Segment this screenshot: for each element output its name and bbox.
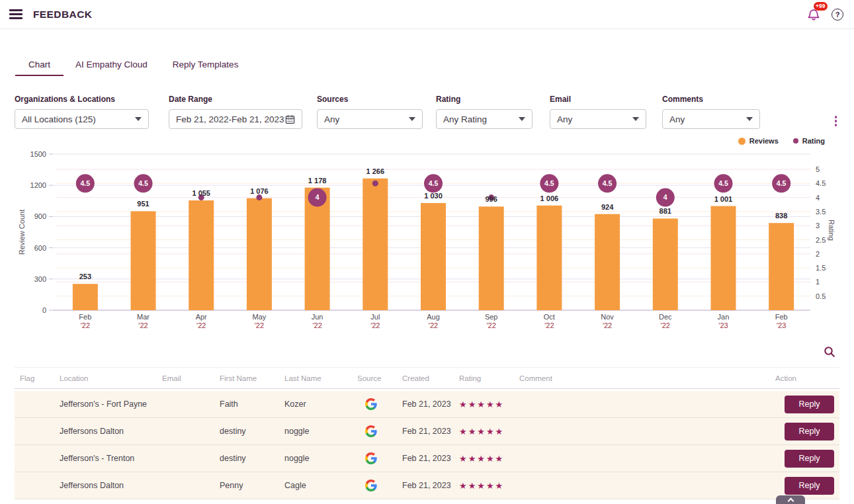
tab-chart[interactable]: Chart: [28, 56, 50, 76]
svg-text:1 266: 1 266: [366, 167, 385, 175]
top-bar: FEEDBACK +99 ?: [0, 0, 854, 29]
cell-location: Jeffersons Dalton: [60, 427, 162, 436]
svg-text:4.5: 4.5: [777, 179, 787, 187]
column-header-created: Created: [402, 374, 459, 382]
svg-text:Feb'22: Feb'22: [79, 313, 91, 329]
svg-text:Jun'22: Jun'22: [312, 313, 323, 329]
filter-date-range-select[interactable]: Feb 21, 2022-Feb 21, 2023: [169, 109, 302, 129]
legend-label: Reviews: [749, 137, 779, 145]
menu-icon[interactable]: [9, 9, 22, 19]
calendar-icon: [285, 114, 295, 124]
reviews-dot-icon: [738, 138, 746, 145]
notifications-bell-icon[interactable]: +99: [806, 7, 821, 22]
cell-source: [357, 425, 402, 437]
reply-button[interactable]: Reply: [785, 423, 834, 441]
review-bar-jul-22: [363, 179, 388, 310]
column-header-location: Location: [60, 374, 162, 382]
review-bar-sep-22: [479, 206, 504, 310]
chevron-down-icon: [135, 117, 142, 121]
rating-bubble-jan-23: 4.5: [714, 174, 732, 192]
reply-button[interactable]: Reply: [785, 477, 834, 495]
svg-text:Apr'22: Apr'22: [196, 313, 207, 329]
svg-text:838: 838: [775, 212, 787, 220]
filter-sources-select[interactable]: Any: [317, 109, 423, 129]
rating-dot-icon: [793, 138, 798, 144]
rating-bubble-nov-22: 4.5: [598, 174, 617, 192]
filter-value: Any: [669, 114, 685, 124]
svg-text:1 055: 1 055: [192, 189, 210, 197]
rating-bubble-oct-22: 4.5: [540, 174, 558, 192]
cell-last-name: noggle: [284, 427, 357, 436]
svg-text:1.5: 1.5: [816, 264, 826, 272]
column-header-action: Action: [775, 374, 839, 382]
search-icon[interactable]: [824, 346, 835, 358]
cell-last-name: Cagle: [284, 481, 357, 490]
filter-comments-select[interactable]: Any: [662, 109, 760, 129]
svg-text:Rating: Rating: [828, 220, 835, 241]
cell-source: [357, 480, 402, 491]
table-body: Jefferson's - Fort PayneFaithKozerFeb 21…: [15, 391, 839, 499]
chevron-down-icon: [746, 117, 753, 121]
svg-text:300: 300: [34, 275, 46, 283]
filter-value: Any: [557, 114, 572, 124]
svg-text:4.5: 4.5: [429, 179, 439, 187]
review-bar-nov-22: [595, 214, 620, 310]
google-icon: [365, 398, 377, 410]
help-icon[interactable]: ?: [832, 9, 843, 21]
cell-last-name: noggle: [284, 454, 357, 463]
svg-text:1 001: 1 001: [714, 195, 733, 203]
svg-text:253: 253: [79, 273, 91, 280]
filter-comments: CommentsAny: [662, 95, 760, 129]
svg-text:951: 951: [137, 200, 149, 208]
page-title: FEEDBACK: [33, 9, 92, 21]
chevron-up-icon: [787, 498, 794, 504]
tab-reply-templates[interactable]: Reply Templates: [173, 56, 239, 76]
cell-created: Feb 21, 2023: [402, 399, 459, 409]
svg-text:1 030: 1 030: [424, 192, 443, 200]
tab-ai-empathy-cloud[interactable]: AI Empathy Cloud: [75, 56, 148, 76]
svg-text:4.5: 4.5: [603, 179, 613, 187]
filter-rating-select[interactable]: Any Rating: [436, 109, 533, 129]
cell-first-name: Penny: [220, 481, 284, 490]
cell-last-name: Kozer: [284, 399, 357, 409]
cell-action: Reply: [775, 450, 839, 468]
rating-dot-jul-22: [372, 181, 378, 187]
filter-label: Email: [550, 95, 646, 104]
rating-bubble-feb-23: 4.5: [772, 174, 790, 192]
reply-button[interactable]: Reply: [785, 450, 834, 468]
review-bar-feb-22: [73, 284, 98, 310]
svg-text:1 178: 1 178: [308, 177, 327, 185]
filter-label: Rating: [436, 95, 533, 104]
svg-text:600: 600: [34, 244, 46, 252]
svg-text:Aug'22: Aug'22: [427, 313, 440, 329]
filter-label: Comments: [662, 95, 760, 104]
filter-organizations-locations-select[interactable]: All Locations (125): [15, 109, 149, 129]
star-rating: ★★★★★: [459, 427, 519, 437]
notification-badge: +99: [814, 2, 828, 11]
svg-text:5: 5: [816, 165, 820, 173]
svg-text:Jul'22: Jul'22: [370, 313, 380, 329]
reply-button[interactable]: Reply: [785, 396, 834, 413]
column-header-email: Email: [162, 374, 220, 382]
svg-text:May'22: May'22: [253, 313, 267, 329]
svg-text:4: 4: [816, 194, 820, 202]
filter-email: EmailAny: [550, 95, 646, 129]
more-options-kebab-icon[interactable]: [831, 114, 841, 128]
star-rating: ★★★★★: [459, 399, 519, 409]
review-bar-aug-22: [421, 203, 446, 310]
cell-source: [357, 398, 402, 410]
svg-text:4: 4: [316, 193, 320, 201]
svg-text:3: 3: [816, 222, 820, 230]
cell-source: [357, 452, 402, 464]
table-row: Jeffersons DaltonPennyCagleFeb 21, 2023★…: [15, 472, 839, 499]
cell-location: Jefferson's - Trenton: [60, 454, 162, 463]
cell-action: Reply: [775, 396, 839, 413]
svg-text:Review Count: Review Count: [18, 210, 26, 255]
svg-text:Feb'23: Feb'23: [775, 313, 788, 329]
svg-text:900: 900: [34, 212, 46, 220]
filter-email-select[interactable]: Any: [550, 109, 646, 129]
svg-text:Sep'22: Sep'22: [485, 313, 498, 329]
star-rating: ★★★★★: [459, 454, 519, 464]
scroll-to-top-button[interactable]: [776, 495, 805, 504]
rating-bubble-dec-22: 4: [656, 189, 675, 207]
